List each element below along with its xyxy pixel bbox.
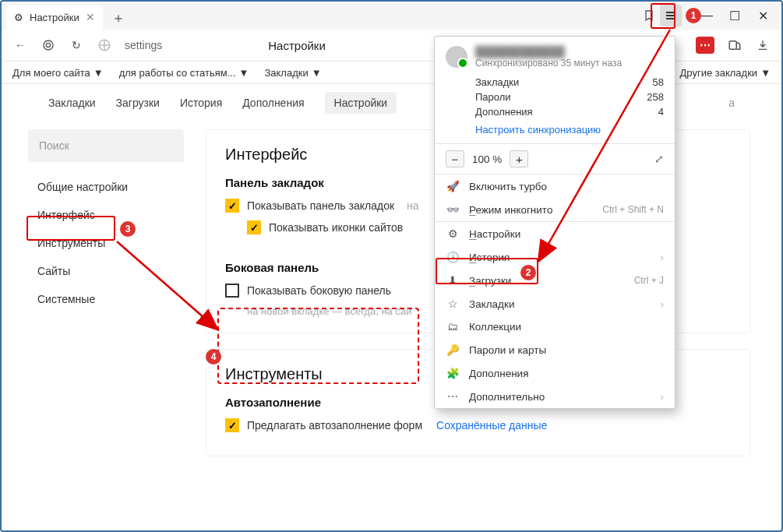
user-name-hidden: ████████████ [475, 46, 647, 58]
bookmark-folder[interactable]: Закладки ▼ [264, 67, 321, 79]
fullscreen-icon[interactable]: ⤢ [654, 153, 664, 165]
extension-icon[interactable]: ⋯ [696, 37, 714, 54]
tab-title: Настройки [30, 12, 79, 23]
translate-icon[interactable] [727, 37, 742, 53]
checkbox-show-side-panel[interactable] [225, 284, 239, 298]
stat-label: Закладки [475, 76, 519, 88]
star-icon: ☆ [446, 298, 460, 310]
menu-history[interactable]: 🕓 История › [435, 245, 675, 269]
puzzle-icon: 🧩 [446, 367, 460, 379]
sidebar-item-system[interactable]: Системные [28, 285, 184, 313]
bookmark-folder[interactable]: Для моего сайта ▼ [12, 67, 104, 79]
sidebar-item-sites[interactable]: Сайты [28, 257, 184, 285]
checkbox-label: Показывать панель закладок [247, 199, 394, 212]
avatar [446, 46, 467, 68]
svg-rect-4 [46, 43, 50, 47]
menu-turbo[interactable]: 🚀 Включить турбо [435, 174, 675, 198]
close-tab-icon[interactable]: ✕ [86, 11, 95, 23]
saved-data-link[interactable]: Сохранённые данные [436, 419, 547, 432]
chevron-right-icon: › [661, 298, 665, 310]
download-icon: ⬇ [446, 274, 460, 287]
sidebar-item-general[interactable]: Общие настройки [28, 173, 184, 201]
page-title: Настройки [268, 39, 326, 52]
checkbox-autofill[interactable]: ✓ [225, 418, 239, 432]
menu-settings[interactable]: ⚙ Настройки [435, 222, 675, 245]
gear-icon: ⚙ [14, 12, 23, 23]
address-text[interactable]: settings [125, 39, 162, 51]
menu-collections[interactable]: 🗂 Коллекции [435, 315, 675, 338]
svg-rect-6 [729, 41, 736, 50]
tab-downloads[interactable]: Загрузки [116, 97, 160, 109]
home-button[interactable] [41, 37, 56, 53]
download-icon[interactable] [755, 37, 771, 53]
settings-sidebar: Поиск Общие настройки Интерфейс Инструме… [28, 129, 184, 472]
zoom-in-button[interactable]: + [510, 150, 528, 167]
zoom-out-button[interactable]: − [446, 150, 464, 167]
sync-status: Синхронизировано 35 минут наза [475, 58, 647, 69]
chevron-right-icon: › [661, 391, 665, 403]
browser-tab[interactable]: ⚙ Настройки ✕ [6, 5, 103, 30]
main-menu-button[interactable] [660, 5, 682, 26]
search-input[interactable]: Поиск [28, 129, 184, 162]
bookmark-icon[interactable] [641, 8, 657, 23]
tab-extra: а [728, 97, 735, 109]
zoom-value: 100 % [472, 153, 502, 165]
annotation-badge: 1 [686, 8, 701, 23]
shortcut: Ctrl + J [634, 275, 664, 286]
checkbox-show-bookmark-panel[interactable]: ✓ [225, 199, 239, 213]
other-bookmarks[interactable]: Другие закладки ▼ [680, 67, 771, 79]
checkbox-label: Показывать иконки сайтов [269, 221, 403, 234]
back-button[interactable]: ← [12, 37, 28, 53]
bookmark-folder[interactable]: для работы со статьям... ▼ [119, 67, 249, 79]
label-suffix: на [407, 199, 419, 212]
stat-value: 4 [658, 106, 664, 118]
checkbox-label: Показывать боковую панель [247, 284, 391, 297]
sidebar-item-interface[interactable]: Интерфейс [28, 201, 184, 229]
menu-bookmarks[interactable]: ☆ Закладки › [435, 292, 675, 315]
reload-button[interactable]: ↻ [69, 37, 84, 53]
annotation-badge: 3 [120, 221, 136, 237]
main-menu-dropdown: ████████████ Синхронизировано 35 минут н… [434, 36, 675, 409]
menu-user-block[interactable]: ████████████ Синхронизировано 35 минут н… [435, 37, 675, 75]
menu-incognito[interactable]: 👓 Режим инкогнито Ctrl + Shift + N [435, 198, 675, 221]
clock-icon: 🕓 [446, 251, 460, 263]
stat-value: 58 [653, 76, 664, 88]
sidebar-item-tools[interactable]: Инструменты [28, 229, 184, 257]
annotation-badge: 2 [520, 265, 536, 280]
stat-label: Пароли [475, 91, 511, 103]
mask-icon: 👓 [446, 203, 460, 216]
checkbox-show-site-icons[interactable]: ✓ [247, 220, 261, 234]
svg-rect-3 [44, 41, 53, 50]
annotation-badge: 4 [206, 349, 221, 365]
tab-settings[interactable]: Настройки [325, 92, 397, 114]
menu-passwords[interactable]: 🔑 Пароли и карты [435, 338, 675, 361]
stat-label: Дополнения [475, 106, 533, 118]
menu-more[interactable]: ⋯ Дополнительно › [435, 385, 675, 408]
key-icon: 🔑 [446, 344, 460, 356]
menu-addons[interactable]: 🧩 Дополнения [435, 361, 675, 385]
shortcut: Ctrl + Shift + N [602, 204, 664, 215]
tab-bookmarks[interactable]: Закладки [48, 97, 96, 109]
close-window-button[interactable]: ✕ [750, 5, 775, 26]
menu-downloads[interactable]: ⬇ Загрузки Ctrl + J [435, 269, 675, 292]
tab-addons[interactable]: Дополнения [242, 97, 304, 109]
dots-icon: ⋯ [446, 390, 460, 403]
tab-history[interactable]: История [180, 97, 222, 109]
rocket-icon: 🚀 [446, 180, 460, 192]
titlebar: ⚙ Настройки ✕ ＋ — ☐ ✕ [2, 2, 781, 30]
zoom-controls: − 100 % + ⤢ [435, 144, 675, 174]
checkbox-label: Предлагать автозаполнение форм [247, 419, 422, 432]
new-tab-button[interactable]: ＋ [108, 7, 129, 29]
stat-value: 258 [647, 91, 664, 103]
chevron-right-icon: › [661, 252, 665, 263]
gear-icon: ⚙ [446, 227, 460, 240]
site-icon [97, 37, 112, 53]
collection-icon: 🗂 [446, 321, 460, 333]
maximize-button[interactable]: ☐ [722, 5, 747, 26]
chevron-up-icon[interactable]: ⌃ [654, 46, 664, 58]
sync-settings-link[interactable]: Настроить синхронизацию [435, 119, 675, 143]
